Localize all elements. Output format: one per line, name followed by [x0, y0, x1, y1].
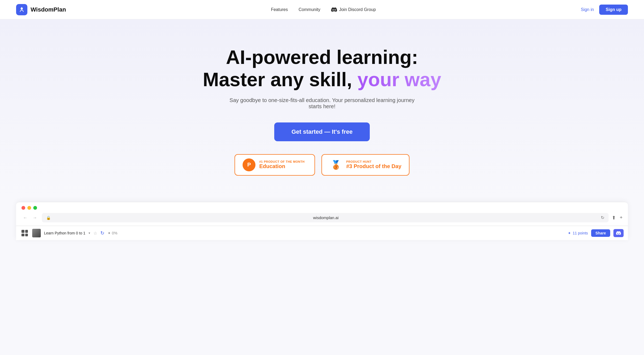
- badge-award-icon: 🥉: [330, 158, 342, 171]
- share-action-icon[interactable]: ⬆: [612, 215, 616, 221]
- browser-dots: [21, 206, 623, 210]
- progress-label: 0%: [112, 231, 117, 235]
- logo-icon: [16, 4, 27, 15]
- tab-star-icon[interactable]: ☆: [93, 231, 97, 236]
- tab-title: Learn Python from 0 to 1: [44, 231, 85, 235]
- reload-icon[interactable]: ↻: [601, 215, 604, 220]
- hero-section: AI-powered learning: Master any skill, y…: [0, 19, 644, 202]
- discord-link-text: Join Discord Group: [339, 7, 376, 12]
- nav-features[interactable]: Features: [271, 7, 288, 12]
- points-display: ✦ 11 points: [568, 231, 588, 235]
- logo-text: WisdomPlan: [31, 6, 66, 13]
- tab-magic-area: ✦ 0%: [108, 231, 117, 235]
- navbar: WisdomPlan Features Community Join Disco…: [0, 0, 644, 19]
- dot-maximize[interactable]: [33, 206, 37, 210]
- tab-favicon: [32, 229, 41, 237]
- magic-icon: ✦: [108, 231, 111, 235]
- hero-title-gradient: your way: [357, 69, 441, 90]
- sign-in-button[interactable]: Sign in: [581, 7, 594, 12]
- badge-product-month[interactable]: P #1 PRODUCT OF THE MONTH Education: [235, 154, 315, 176]
- badge-product-day[interactable]: 🥉 PRODUCT HUNT #3 Product of the Day: [321, 154, 409, 176]
- hero-subtitle: Say goodbye to one-size-fits-all educati…: [228, 97, 416, 110]
- tab-favicon-image: [32, 229, 41, 237]
- nav-links: Features Community Join Discord Group: [271, 7, 376, 13]
- share-button[interactable]: Share: [591, 229, 610, 237]
- badge-month-value: Education: [259, 163, 285, 169]
- svg-point-0: [21, 8, 23, 10]
- browser-tab-bar: Learn Python from 0 to 1 ▾ ☆ ↻ ✦ 0% ✦ 11…: [16, 226, 628, 240]
- discord-icon: [331, 7, 337, 13]
- dot-close[interactable]: [21, 206, 25, 210]
- nav-discord[interactable]: Join Discord Group: [331, 7, 376, 13]
- browser-url-bar[interactable]: 🔒 wisdomplan.ai ↻: [42, 213, 609, 222]
- badge-day-label: PRODUCT HUNT: [346, 160, 372, 163]
- badge-month-text: #1 PRODUCT OF THE MONTH Education: [259, 160, 305, 169]
- points-icon: ✦: [568, 231, 571, 235]
- nav-actions: Sign in Sign up: [581, 5, 628, 15]
- nav-community[interactable]: Community: [299, 7, 320, 12]
- badge-month-label: #1 PRODUCT OF THE MONTH: [259, 160, 305, 163]
- sign-up-button[interactable]: Sign up: [599, 5, 628, 15]
- dot-minimize[interactable]: [27, 206, 31, 210]
- browser-arrows: ← →: [21, 214, 39, 222]
- browser-controls: ← → 🔒 wisdomplan.ai ↻ ⬆ +: [21, 213, 623, 226]
- badge-day-text: PRODUCT HUNT #3 Product of the Day: [346, 160, 401, 169]
- tab-discord-button[interactable]: [613, 229, 624, 237]
- tab-grid-icon[interactable]: [20, 229, 29, 237]
- browser-chrome: ← → 🔒 wisdomplan.ai ↻ ⬆ +: [16, 202, 628, 226]
- hero-title: AI-powered learning: Master any skill, y…: [203, 46, 441, 91]
- tab-reload-icon[interactable]: ↻: [100, 230, 104, 236]
- badges-container: P #1 PRODUCT OF THE MONTH Education 🥉 PR…: [235, 154, 409, 176]
- new-tab-icon[interactable]: +: [620, 215, 623, 221]
- badge-ph-icon: P: [243, 158, 255, 171]
- cta-button[interactable]: Get started — It's free: [274, 122, 370, 141]
- hero-title-line2-plain: Master any skill,: [203, 69, 352, 90]
- forward-arrow[interactable]: →: [31, 214, 39, 222]
- points-label: 11 points: [573, 231, 588, 235]
- logo[interactable]: WisdomPlan: [16, 4, 66, 15]
- lock-icon: 🔒: [46, 216, 51, 220]
- hero-title-line1: AI-powered learning:: [226, 46, 418, 68]
- badge-day-value: #3 Product of the Day: [346, 163, 401, 169]
- browser-window: ← → 🔒 wisdomplan.ai ↻ ⬆ + Learn Python f…: [16, 202, 628, 240]
- browser-action-buttons: ⬆ +: [612, 215, 623, 221]
- url-text: wisdomplan.ai: [53, 215, 599, 220]
- tab-chevron-icon[interactable]: ▾: [89, 231, 90, 235]
- back-arrow[interactable]: ←: [21, 214, 29, 222]
- tab-discord-icon: [616, 231, 621, 236]
